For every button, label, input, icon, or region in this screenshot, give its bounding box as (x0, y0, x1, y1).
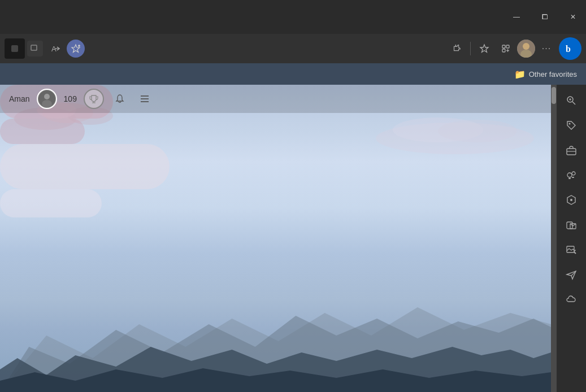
favorites-bar: 📁 Other favorites (0, 63, 586, 85)
avatar-image (517, 40, 535, 58)
svg-rect-46 (567, 222, 572, 229)
scrollbar-thumb[interactable] (552, 87, 556, 104)
read-aloud-icon: A (50, 43, 60, 54)
sidebar-tag-button[interactable] (560, 114, 583, 137)
trophy-icon (89, 94, 99, 104)
user-avatar[interactable] (37, 89, 57, 109)
sidebar-cloud-button[interactable] (560, 288, 583, 311)
add-favorites-icon (71, 43, 81, 54)
svg-rect-8 (502, 49, 505, 52)
favorites-button[interactable] (474, 38, 494, 59)
sidebar-outlook-button[interactable] (560, 214, 583, 236)
left-toolbar: A (45, 38, 85, 59)
chess-icon (566, 169, 577, 181)
new-tab-icon (31, 45, 40, 53)
collections-icon (501, 43, 511, 54)
svg-line-35 (572, 102, 575, 104)
svg-point-45 (570, 199, 572, 201)
cloud-white-1 (0, 144, 170, 189)
user-bar: Aman 109 (0, 85, 551, 113)
svg-point-27 (44, 94, 50, 99)
user-score: 109 (64, 94, 77, 103)
sidebar-image-button[interactable] (560, 238, 583, 261)
other-favorites-item[interactable]: 📁 Other favorites (510, 67, 581, 82)
right-toolbar: ··· (446, 38, 557, 59)
address-bar: A (0, 34, 586, 63)
image-edit-icon (566, 244, 577, 255)
svg-text:b: b (566, 44, 571, 54)
achievement-button[interactable] (84, 89, 104, 109)
profile-avatar[interactable] (517, 40, 535, 58)
restore-button[interactable]: ⧠ (532, 0, 558, 34)
mountains-svg (0, 268, 551, 392)
search-zoom-icon (566, 95, 577, 106)
svg-point-21 (438, 120, 517, 142)
bing-button[interactable]: b (559, 37, 581, 60)
notification-button[interactable] (111, 90, 129, 108)
svg-rect-0 (11, 45, 18, 52)
tab-area (5, 38, 43, 59)
sidebar-briefcase-button[interactable] (560, 139, 583, 162)
collections-button[interactable] (496, 38, 516, 59)
cloud-icon (566, 294, 577, 305)
hexagon-icon (566, 194, 577, 206)
svg-rect-7 (506, 45, 509, 48)
user-avatar-image (38, 90, 55, 107)
svg-rect-44 (572, 177, 574, 178)
outlook-icon (566, 219, 577, 230)
svg-rect-6 (502, 45, 505, 48)
svg-point-38 (569, 123, 571, 125)
add-favorites-button[interactable] (67, 40, 85, 58)
tag-icon (566, 120, 577, 131)
close-button[interactable]: ✕ (560, 0, 586, 34)
svg-point-42 (572, 172, 575, 175)
sky-background: Aman 109 (0, 85, 551, 392)
sidebar-search-icon[interactable] (560, 89, 583, 112)
svg-rect-43 (568, 178, 571, 179)
more-options-button[interactable]: ··· (536, 38, 557, 59)
scrollbar[interactable] (551, 85, 557, 392)
minimize-button[interactable]: — (503, 0, 529, 34)
cloud-white-2 (0, 189, 102, 217)
window-controls: — ⧠ ✕ (503, 0, 586, 34)
sidebar-hexagon-button[interactable] (560, 189, 583, 211)
bell-icon (115, 94, 125, 104)
tab-1[interactable] (5, 38, 25, 59)
extensions-icon (452, 43, 462, 54)
right-sidebar (557, 85, 586, 392)
briefcase-icon (566, 145, 577, 156)
bing-icon: b (564, 42, 576, 55)
title-bar: — ⧠ ✕ (0, 0, 586, 34)
folder-icon: 📁 (514, 69, 526, 80)
favorites-icon (479, 43, 489, 54)
sidebar-games-button[interactable] (560, 164, 583, 186)
svg-point-41 (567, 173, 572, 177)
user-name: Aman (9, 94, 30, 103)
sidebar-send-button[interactable] (560, 263, 583, 286)
hamburger-menu-button[interactable] (136, 90, 154, 108)
svg-line-49 (574, 252, 576, 254)
extensions-button[interactable] (446, 38, 467, 59)
more-options-icon: ··· (542, 43, 551, 54)
hamburger-icon (140, 95, 150, 103)
tab-new[interactable] (27, 41, 43, 56)
other-favorites-label: Other favorites (529, 70, 577, 79)
main-area: Aman 109 (0, 85, 586, 392)
tab1-icon (10, 44, 19, 53)
read-aloud-button[interactable]: A (45, 38, 66, 59)
toolbar-divider (470, 42, 471, 55)
clouds-right-svg (370, 107, 540, 158)
svg-point-12 (523, 43, 529, 50)
content-area: Aman 109 (0, 85, 551, 392)
send-icon (566, 269, 577, 280)
svg-rect-1 (31, 45, 37, 50)
